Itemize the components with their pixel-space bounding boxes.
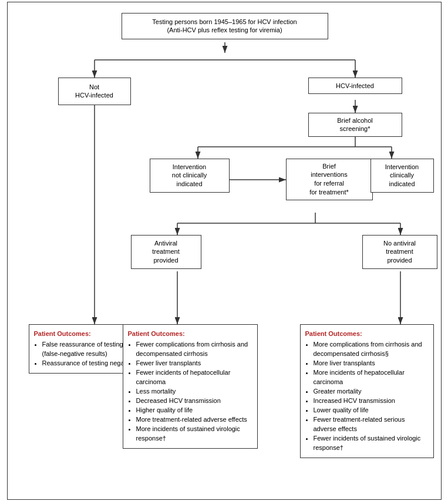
intervention-no-box: Interventionnot clinicallyindicated [150, 159, 230, 193]
list-item: Higher quality of life [136, 406, 252, 415]
list-item: Fewer treatment-related serious adverse … [314, 415, 429, 434]
brief-interventions-box: Briefinterventionsfor referralfor treatm… [286, 159, 373, 200]
list-item: Fewer complications from cirrhosis and d… [136, 340, 252, 359]
outcomes-right-title: Patient Outcomes: [305, 329, 429, 338]
list-item: Fewer incidents of sustained virologic r… [314, 434, 429, 453]
antiviral-yes-label: Antiviraltreatmentprovided [152, 240, 179, 264]
list-item: Less mortality [136, 387, 252, 396]
top-box: Testing persons born 1945–1965 for HCV i… [122, 13, 328, 40]
page: Testing persons born 1945–1965 for HCV i… [7, 2, 442, 500]
not-hcv-infected-label: NotHCV-infected [75, 83, 113, 99]
list-item: More liver transplants [314, 359, 429, 368]
intervention-yes-label: Interventionclinicallyindicated [385, 163, 419, 188]
intervention-no-label: Interventionnot clinicallyindicated [172, 163, 207, 188]
outcomes-middle-title: Patient Outcomes: [128, 329, 252, 338]
brief-interventions-label: Briefinterventionsfor referralfor treatm… [309, 163, 349, 196]
intervention-yes-box: Interventionclinicallyindicated [370, 159, 434, 193]
top-box-line2: (Anti-HCV plus reflex testing for viremi… [129, 26, 321, 35]
outcomes-middle-box: Patient Outcomes: Fewer complications fr… [123, 324, 258, 449]
list-item: More incidents of sustained virologic re… [136, 425, 252, 443]
hcv-infected-box: HCV-infected [308, 78, 402, 95]
hcv-infected-label: HCV-infected [336, 82, 374, 89]
alcohol-screening-label: Brief alcoholscreening* [337, 117, 373, 133]
list-item: More complications from cirrhosis and de… [314, 340, 429, 359]
list-item: Increased HCV transmission [314, 396, 429, 406]
list-item: Decreased HCV transmission [136, 396, 252, 406]
outcomes-right-box: Patient Outcomes: More complications fro… [300, 324, 434, 458]
not-hcv-infected-box: NotHCV-infected [58, 78, 131, 106]
list-item: Lower quality of life [314, 406, 429, 415]
list-item: Fewer liver transplants [136, 359, 252, 368]
top-box-line1: Testing persons born 1945–1965 for HCV i… [129, 18, 321, 26]
flowchart: Testing persons born 1945–1965 for HCV i… [16, 13, 434, 489]
outcomes-middle-list: Fewer complications from cirrhosis and d… [128, 340, 252, 443]
antiviral-no-label: No antiviraltreatmentprovided [383, 240, 416, 264]
list-item: More incidents of hepatocellular carcino… [314, 368, 429, 387]
antiviral-yes-box: Antiviraltreatmentprovided [131, 235, 201, 270]
list-item: Greater mortality [314, 387, 429, 396]
outcomes-right-list: More complications from cirrhosis and de… [305, 340, 429, 452]
list-item: More treatment-related adverse effects [136, 415, 252, 425]
alcohol-screening-box: Brief alcoholscreening* [308, 113, 402, 137]
list-item: Fewer incidents of hepatocellular carcin… [136, 368, 252, 387]
antiviral-no-box: No antiviraltreatmentprovided [362, 235, 437, 270]
